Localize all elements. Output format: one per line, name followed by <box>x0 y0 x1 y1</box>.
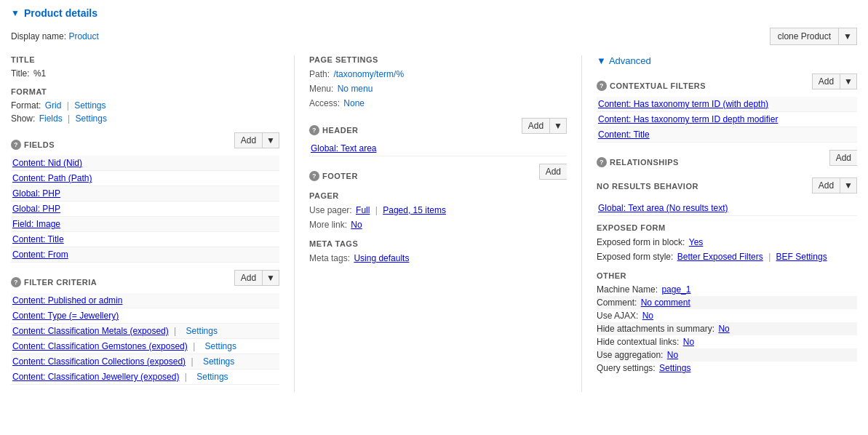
contextual-filter-link[interactable]: Content: Title <box>598 129 650 140</box>
machine-name-value[interactable]: page_1 <box>661 284 690 295</box>
hide-contextual-label: Hide contextual links: <box>597 337 679 347</box>
no-results-link[interactable]: Global: Text area (No results text) <box>598 203 728 213</box>
pager-full-link[interactable]: Full <box>356 205 370 215</box>
title-section-label: TITLE <box>11 55 279 64</box>
header-help-icon[interactable]: ? <box>309 125 319 135</box>
footer-add-button[interactable]: Add <box>539 164 567 180</box>
header-add-arrow[interactable]: ▼ <box>549 118 567 134</box>
filter-settings-link[interactable]: Settings <box>196 372 228 382</box>
exposed-style-row: Exposed form style: Better Exposed Filte… <box>597 250 857 264</box>
product-details-title: Product details <box>24 7 97 19</box>
field-link[interactable]: Content: Path (Path) <box>12 173 92 183</box>
comment-row: Comment: No comment <box>597 296 857 309</box>
filter-settings-link[interactable]: Settings <box>186 326 218 336</box>
pager-paged-link[interactable]: Paged, 15 items <box>383 205 446 215</box>
list-item: Content: Nid (Nid) <box>11 156 279 171</box>
hide-contextual-value[interactable]: No <box>683 337 694 347</box>
filter-criteria-section: ? FILTER CRITERIA Add ▼ Content: Publish… <box>11 270 279 385</box>
contextual-filters-text: CONTEXTUAL FILTERS <box>610 81 706 90</box>
fields-help-icon[interactable]: ? <box>11 140 21 150</box>
meta-tags-field-label: Meta tags: <box>309 253 350 263</box>
exposed-block-label: Exposed form in block: <box>597 237 685 247</box>
relationships-help-icon[interactable]: ? <box>597 157 607 167</box>
format-section-label: FORMAT <box>11 87 279 96</box>
header-add-button[interactable]: Add <box>522 118 549 134</box>
display-name-value[interactable]: Product <box>68 31 98 41</box>
path-label: Path: <box>309 69 330 79</box>
ajax-value[interactable]: No <box>642 311 653 321</box>
contextual-help-icon[interactable]: ? <box>597 81 607 91</box>
filter-link[interactable]: Content: Classification Jewellery (expos… <box>12 372 179 382</box>
advanced-label: Advanced <box>609 55 651 66</box>
collapse-icon[interactable]: ▼ <box>11 8 20 18</box>
header-section-header: ? HEADER Add ▼ <box>309 118 567 138</box>
hide-attachments-value[interactable]: No <box>718 324 729 334</box>
menu-value[interactable]: No menu <box>338 84 373 94</box>
exposed-form-label: EXPOSED FORM <box>597 223 857 232</box>
display-name-row: Display name: Product clone Product ▼ <box>11 28 857 45</box>
fields-label: FIELDS <box>24 140 55 149</box>
aggregation-row: Use aggregation: No <box>597 348 857 362</box>
filter-add-button[interactable]: Add <box>234 270 262 286</box>
header-item-link[interactable]: Global: Text area <box>311 143 377 153</box>
fields-add-arrow[interactable]: ▼ <box>262 132 279 148</box>
ajax-label: Use AJAX: <box>597 311 638 321</box>
filter-link[interactable]: Content: Classification Collections (exp… <box>12 356 186 367</box>
filter-settings-link[interactable]: Settings <box>203 356 234 367</box>
more-link-row: More link: No <box>309 218 567 232</box>
path-value[interactable]: /taxonomy/term/% <box>333 69 404 79</box>
list-item: Content: Title <box>11 232 279 247</box>
comment-value[interactable]: No comment <box>641 298 690 308</box>
meta-tags-value[interactable]: Using defaults <box>354 253 409 263</box>
bef-settings-link[interactable]: BEF Settings <box>776 252 827 262</box>
field-link[interactable]: Content: Nid (Nid) <box>12 158 82 168</box>
contextual-add-button[interactable]: Add <box>812 73 840 89</box>
footer-add-group: Add <box>539 164 567 180</box>
exposed-block-value[interactable]: Yes <box>689 237 704 247</box>
format-value[interactable]: Grid <box>45 100 62 111</box>
more-link-value[interactable]: No <box>351 220 362 230</box>
format-settings-link[interactable]: Settings <box>74 100 105 111</box>
query-settings-label: Query settings: <box>597 363 656 373</box>
pager-section: PAGER Use pager: Full | Paged, 15 items … <box>309 191 567 232</box>
no-results-add-button[interactable]: Add <box>812 177 840 193</box>
display-name-label: Display name: <box>11 31 66 41</box>
filter-link[interactable]: Content: Classification Gemstones (expos… <box>12 341 188 351</box>
no-results-label: NO RESULTS BEHAVIOR <box>597 182 698 191</box>
field-link[interactable]: Field: Image <box>12 219 60 229</box>
header-label: ? HEADER <box>309 125 358 135</box>
relationships-add-button[interactable]: Add <box>829 150 857 166</box>
field-link[interactable]: Content: Title <box>12 234 64 244</box>
contextual-add-arrow[interactable]: ▼ <box>840 73 857 89</box>
contextual-filter-link[interactable]: Content: Has taxonomy term ID (with dept… <box>598 99 768 109</box>
fields-add-button[interactable]: Add <box>234 132 262 148</box>
header-item: Global: Text area <box>309 141 567 156</box>
clone-button-arrow[interactable]: ▼ <box>838 28 857 45</box>
relationships-add-group: Add <box>829 150 857 166</box>
field-link[interactable]: Global: PHP <box>12 188 60 199</box>
filter-add-arrow[interactable]: ▼ <box>262 270 279 286</box>
advanced-header[interactable]: ▼ Advanced <box>597 55 857 66</box>
field-link[interactable]: Global: PHP <box>12 204 60 214</box>
query-settings-value[interactable]: Settings <box>659 363 690 373</box>
filter-help-icon[interactable]: ? <box>11 277 21 287</box>
clone-button-group: clone Product ▼ <box>770 28 857 45</box>
access-value[interactable]: None <box>343 98 365 108</box>
list-item: Content: Type (= Jewellery) <box>11 308 279 324</box>
filter-link[interactable]: Content: Published or admin <box>12 295 122 306</box>
clone-button[interactable]: clone Product <box>770 28 838 45</box>
aggregation-value[interactable]: No <box>667 350 678 360</box>
filter-link[interactable]: Content: Classification Metals (exposed) <box>12 326 169 336</box>
show-fields-link[interactable]: Fields <box>39 113 63 124</box>
exposed-style-value[interactable]: Better Exposed Filters <box>677 252 763 262</box>
filter-link[interactable]: Content: Type (= Jewellery) <box>12 311 119 321</box>
show-settings-link[interactable]: Settings <box>76 113 107 124</box>
no-results-add-arrow[interactable]: ▼ <box>840 177 857 193</box>
filter-settings-link[interactable]: Settings <box>205 341 236 351</box>
contextual-filter-link[interactable]: Content: Has taxonomy term ID depth modi… <box>598 114 778 124</box>
list-item: Content: Published or admin <box>11 293 279 308</box>
field-link[interactable]: Content: From <box>12 250 68 260</box>
footer-help-icon[interactable]: ? <box>309 171 319 181</box>
fields-section-label: ? FIELDS <box>11 140 55 150</box>
meta-tags-label: META TAGS <box>309 239 567 248</box>
